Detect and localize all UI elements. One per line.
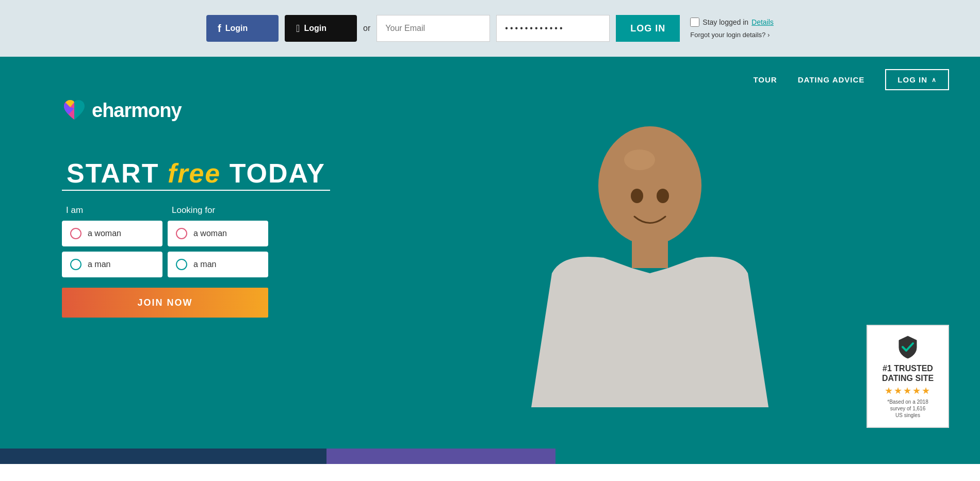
i-am-label: I am xyxy=(62,205,162,215)
or-separator: or xyxy=(363,24,370,33)
radio-circle-looking-man xyxy=(176,259,187,270)
hero-section: TOUR DATING ADVICE LOG IN ∧ eharmony STA… xyxy=(0,57,980,449)
hero-content: START free TODAY I am Looking for a woma… xyxy=(62,160,330,318)
form-labels: I am Looking for xyxy=(62,205,330,215)
i-am-man-label: a man xyxy=(88,260,110,269)
tour-nav-link[interactable]: TOUR xyxy=(753,75,777,84)
login-extras: Stay logged in Details Forgot your login… xyxy=(690,18,774,39)
chevron-up-icon: ∧ xyxy=(932,76,937,84)
nav-login-button[interactable]: LOG IN ∧ xyxy=(885,69,949,90)
email-input[interactable] xyxy=(377,15,490,42)
badge-title: #1 TRUSTEDDATING SITE xyxy=(878,363,938,383)
facebook-login-label: Login xyxy=(225,24,248,33)
shield-icon xyxy=(895,334,921,360)
headline-free: free xyxy=(168,158,221,188)
apple-login-button[interactable]:  Login xyxy=(285,15,357,42)
facebook-icon: f xyxy=(218,23,221,35)
looking-for-man-label: a man xyxy=(193,260,216,269)
form-row-man: a man a man xyxy=(62,252,330,277)
radio-circle-looking-woman xyxy=(176,228,187,239)
join-now-button[interactable]: JOIN NOW xyxy=(62,288,268,318)
registration-form: I am Looking for a woman a woman a man xyxy=(62,205,330,318)
logo-heart-icon xyxy=(62,98,87,123)
bottom-color-bar xyxy=(0,449,980,464)
stay-logged-checkbox[interactable] xyxy=(690,18,699,27)
apple-login-label: Login xyxy=(304,24,326,33)
dating-advice-nav-link[interactable]: DATING ADVICE xyxy=(798,75,865,84)
headline-underline xyxy=(62,190,330,191)
i-am-man-option[interactable]: a man xyxy=(62,252,162,277)
forgot-link[interactable]: Forgot your login details? › xyxy=(690,31,770,39)
headline-today: TODAY xyxy=(221,158,325,188)
bottom-bar-teal xyxy=(556,449,980,464)
forgot-row: Forgot your login details? › xyxy=(690,30,774,39)
trusted-badge: #1 TRUSTEDDATING SITE ★★★★★ *Based on a … xyxy=(867,325,949,428)
badge-stars: ★★★★★ xyxy=(878,385,938,396)
bottom-bar-dark-blue xyxy=(0,449,326,464)
looking-for-woman-label: a woman xyxy=(193,229,227,238)
stay-logged-row: Stay logged in Details xyxy=(690,18,774,27)
radio-circle-man xyxy=(70,259,81,270)
apple-icon:  xyxy=(296,23,300,35)
top-login-bar: f Login  Login or LOG IN Stay logged in… xyxy=(0,0,980,57)
badge-shield-container xyxy=(895,334,921,361)
i-am-woman-option[interactable]: a woman xyxy=(62,221,162,246)
logo-area: eharmony xyxy=(62,98,182,123)
i-am-woman-label: a woman xyxy=(88,229,121,238)
svg-point-4 xyxy=(657,189,669,203)
headline: START free TODAY xyxy=(62,160,330,187)
password-input[interactable] xyxy=(496,15,610,42)
looking-for-woman-option[interactable]: a woman xyxy=(168,221,268,246)
log-in-button[interactable]: LOG IN xyxy=(616,15,680,42)
bottom-bar-purple xyxy=(326,449,555,464)
looking-for-man-option[interactable]: a man xyxy=(168,252,268,277)
badge-footnote: *Based on a 2018survey of 1,616US single… xyxy=(878,399,938,419)
svg-point-1 xyxy=(598,126,701,245)
radio-circle-woman xyxy=(70,228,81,239)
details-link[interactable]: Details xyxy=(752,18,774,26)
svg-rect-2 xyxy=(632,237,668,268)
svg-point-5 xyxy=(624,150,655,170)
facebook-login-button[interactable]: f Login xyxy=(206,15,279,42)
form-row-woman: a woman a woman xyxy=(62,221,330,246)
stay-logged-label: Stay logged in xyxy=(703,18,748,26)
hero-man-image xyxy=(500,98,799,449)
hero-nav: TOUR DATING ADVICE LOG IN ∧ xyxy=(0,57,980,90)
logo-text: eharmony xyxy=(92,99,182,122)
svg-point-3 xyxy=(631,189,643,203)
looking-for-label: Looking for xyxy=(168,205,268,215)
headline-start: START xyxy=(67,158,168,188)
